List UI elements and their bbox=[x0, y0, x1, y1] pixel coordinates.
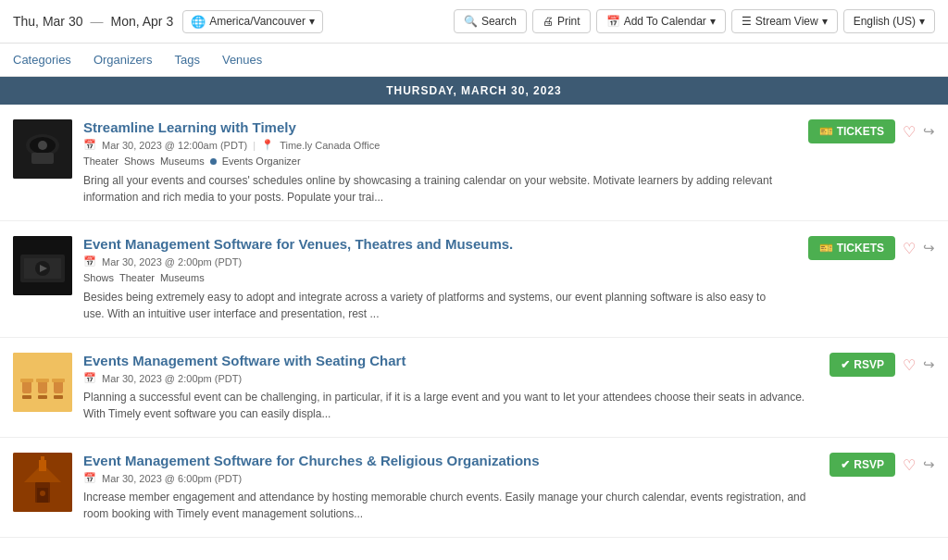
svg-rect-14 bbox=[22, 395, 31, 399]
stream-view-icon: ☰ bbox=[742, 15, 752, 28]
event-tag: Shows bbox=[124, 156, 155, 167]
add-to-calendar-button[interactable]: 📅 Add To Calendar ▾ bbox=[596, 9, 726, 33]
calendar-icon: 📅 bbox=[83, 472, 96, 484]
timezone-chevron-icon: ▾ bbox=[309, 15, 315, 28]
checkmark-icon: ✔ bbox=[841, 358, 850, 371]
tickets-label: TICKETS bbox=[837, 125, 884, 138]
event-location: Time.ly Canada Office bbox=[280, 140, 380, 151]
timezone-button[interactable]: 🌐 America/Vancouver ▾ bbox=[182, 10, 323, 33]
date-arrow: — bbox=[90, 14, 103, 29]
heart-icon: ♡ bbox=[903, 241, 916, 256]
stream-view-chevron-icon: ▾ bbox=[822, 15, 828, 28]
event-content: Event Management Software for Venues, Th… bbox=[83, 236, 790, 322]
tickets-button[interactable]: 🎫 TICKETS bbox=[808, 119, 895, 143]
add-to-calendar-label: Add To Calendar bbox=[624, 15, 706, 28]
nav-tags[interactable]: Tags bbox=[174, 53, 199, 67]
svg-rect-12 bbox=[38, 380, 47, 393]
share-button[interactable]: ↪ bbox=[923, 240, 935, 256]
event-tag: Museums bbox=[160, 156, 205, 167]
search-button[interactable]: 🔍 Search bbox=[454, 9, 527, 33]
calendar-icon: 📅 bbox=[83, 255, 96, 268]
nav-categories[interactable]: Categories bbox=[13, 53, 71, 67]
favorite-button[interactable]: ♡ bbox=[903, 123, 916, 141]
print-label: Print bbox=[557, 15, 580, 28]
print-icon: 🖨 bbox=[543, 15, 554, 28]
event-meta: 📅 Mar 30, 2023 @ 2:00pm (PDT) bbox=[83, 255, 790, 268]
date-start: Thu, Mar 30 bbox=[13, 14, 82, 29]
share-button[interactable]: ↪ bbox=[923, 456, 935, 473]
nav-bar: Categories Organizers Tags Venues bbox=[0, 44, 948, 77]
nav-venues[interactable]: Venues bbox=[222, 53, 262, 67]
event-title[interactable]: Streamline Learning with Timely bbox=[83, 119, 790, 135]
event-actions: ✔ RSVP ♡ ↪ bbox=[830, 453, 935, 477]
svg-rect-16 bbox=[54, 395, 63, 399]
event-description: Planning a successful event can be chall… bbox=[83, 389, 811, 422]
date-range: Thu, Mar 30 — Mon, Apr 3 bbox=[13, 14, 173, 29]
calendar-icon: 📅 bbox=[83, 139, 96, 151]
heart-icon: ♡ bbox=[903, 457, 916, 473]
checkmark-icon: ✔ bbox=[841, 458, 850, 471]
top-bar: Thu, Mar 30 — Mon, Apr 3 🌐 America/Vanco… bbox=[0, 0, 948, 44]
tickets-button[interactable]: 🎫 TICKETS bbox=[808, 236, 895, 260]
event-title[interactable]: Event Management Software for Venues, Th… bbox=[83, 236, 790, 252]
stream-view-label: Stream View bbox=[755, 15, 818, 28]
event-actions: ✔ RSVP ♡ ↪ bbox=[830, 353, 935, 377]
event-tag: Theater bbox=[83, 156, 118, 167]
event-thumbnail bbox=[13, 236, 72, 295]
share-button[interactable]: ↪ bbox=[923, 356, 935, 373]
share-button[interactable]: ↪ bbox=[923, 123, 935, 140]
event-tags: Theater Shows Museums Events Organizer bbox=[83, 156, 790, 167]
svg-rect-17 bbox=[20, 379, 33, 382]
search-label: Search bbox=[481, 15, 517, 28]
event-content: Streamline Learning with Timely 📅 Mar 30… bbox=[83, 119, 790, 205]
event-title[interactable]: Event Management Software for Churches &… bbox=[83, 453, 811, 468]
calendar-icon: 📅 bbox=[606, 15, 620, 28]
event-title[interactable]: Events Management Software with Seating … bbox=[83, 353, 811, 368]
print-button[interactable]: 🖨 Print bbox=[532, 9, 591, 33]
event-thumbnail bbox=[13, 453, 72, 512]
event-datetime: Mar 30, 2023 @ 2:00pm (PDT) bbox=[102, 256, 242, 268]
timezone-label: America/Vancouver bbox=[209, 15, 306, 28]
event-tag: Museums bbox=[160, 272, 205, 283]
event-thumbnail bbox=[13, 119, 72, 179]
language-button[interactable]: English (US) ▾ bbox=[843, 9, 935, 33]
top-actions: 🔍 Search 🖨 Print 📅 Add To Calendar ▾ ☰ S… bbox=[454, 9, 935, 33]
tickets-label: TICKETS bbox=[837, 242, 884, 255]
event-meta: 📅 Mar 30, 2023 @ 6:00pm (PDT) bbox=[83, 472, 811, 484]
ticket-icon: 🎫 bbox=[819, 125, 833, 138]
svg-rect-18 bbox=[36, 379, 49, 382]
event-item: Streamline Learning with Timely 📅 Mar 30… bbox=[0, 105, 948, 221]
calendar-icon: 📅 bbox=[83, 372, 96, 384]
event-tags: Shows Theater Museums bbox=[83, 272, 790, 283]
event-meta: 📅 Mar 30, 2023 @ 12:00am (PDT) | 📍 Time.… bbox=[83, 139, 790, 151]
rsvp-button[interactable]: ✔ RSVP bbox=[830, 453, 895, 477]
event-thumbnail bbox=[13, 353, 72, 412]
section-date-header: THURSDAY, MARCH 30, 2023 bbox=[0, 77, 948, 105]
favorite-button[interactable]: ♡ bbox=[903, 456, 916, 474]
nav-organizers[interactable]: Organizers bbox=[94, 53, 153, 67]
rsvp-button[interactable]: ✔ RSVP bbox=[830, 353, 895, 377]
svg-rect-15 bbox=[38, 395, 47, 399]
language-label: English (US) bbox=[854, 15, 916, 28]
location-icon: 📍 bbox=[261, 139, 274, 151]
heart-icon: ♡ bbox=[903, 357, 916, 373]
rsvp-label: RSVP bbox=[854, 458, 884, 471]
event-content: Event Management Software for Churches &… bbox=[83, 453, 811, 522]
heart-icon: ♡ bbox=[903, 124, 916, 140]
event-datetime: Mar 30, 2023 @ 12:00am (PDT) bbox=[102, 140, 247, 151]
stream-view-button[interactable]: ☰ Stream View ▾ bbox=[731, 9, 838, 33]
favorite-button[interactable]: ♡ bbox=[903, 240, 916, 257]
rsvp-label: RSVP bbox=[854, 358, 884, 371]
svg-point-26 bbox=[40, 491, 45, 496]
add-to-calendar-chevron-icon: ▾ bbox=[710, 15, 716, 28]
event-actions: 🎫 TICKETS ♡ ↪ bbox=[808, 236, 935, 260]
favorite-button[interactable]: ♡ bbox=[903, 356, 916, 374]
date-end: Mon, Apr 3 bbox=[110, 14, 173, 29]
svg-rect-11 bbox=[22, 380, 31, 393]
section-date-label: THURSDAY, MARCH 30, 2023 bbox=[386, 84, 562, 97]
event-datetime: Mar 30, 2023 @ 6:00pm (PDT) bbox=[102, 473, 242, 484]
event-item: Event Management Software for Churches &… bbox=[0, 438, 948, 538]
share-icon: ↪ bbox=[923, 240, 935, 255]
svg-rect-13 bbox=[54, 380, 63, 393]
svg-rect-4 bbox=[31, 153, 54, 164]
